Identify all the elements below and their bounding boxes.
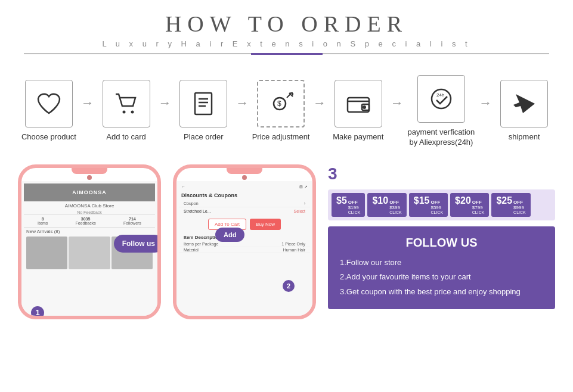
phone2-content: ← ⊞ ↗ Discounts & Coupons Coupon › Stret… <box>176 181 312 256</box>
svg-point-0 <box>122 111 125 114</box>
coupon-tile-0: $5OFF$199CLICK <box>332 193 365 217</box>
coupon-click-0: CLICK <box>348 210 361 214</box>
phone2-stretched-label: Stretched Le... <box>184 209 211 213</box>
phone1-inner: AIMOONSA AIMOONSA Club Store No Feedback… <box>21 181 157 319</box>
phone2-discounts-title: Discounts & Coupons <box>179 191 310 200</box>
coupon-off-1: OFF <box>389 200 402 205</box>
step-icon-box-2 <box>103 80 150 127</box>
phone1-items: 8Items <box>38 217 48 225</box>
phone2-notch <box>227 168 262 174</box>
phone1-notch <box>72 168 107 174</box>
wallet-icon <box>344 89 373 118</box>
phone2-material-label: Material <box>184 248 199 252</box>
step-icon-box-4: $ <box>257 80 305 127</box>
divider-accent <box>251 53 323 55</box>
phone1-new-arrivals: New Arrivals (8) <box>24 228 155 235</box>
svg-text:$: $ <box>277 99 281 108</box>
step-label-1: Choose product <box>21 132 76 142</box>
phone2-items-pkg-val: 1 Piece Only <box>281 242 305 246</box>
phone1-store-name-banner: AIMOONSA <box>72 189 107 195</box>
follow-box-title: FOLLOW US <box>340 236 543 250</box>
coupon-tile-4: $25OFF$999CLICK <box>491 193 530 217</box>
follow-item-1: 2.Add your favourite items to your cart <box>340 270 543 285</box>
coupon-off-0: OFF <box>348 200 361 205</box>
phone2-stretched-row: Stretched Le... Select <box>179 207 310 215</box>
phone1-banner: AIMOONSA <box>24 183 155 201</box>
step-label-2: Add to card <box>106 132 146 142</box>
step-add-to-card: Add to card <box>95 80 157 142</box>
coupon-price-4: $999 <box>513 205 526 210</box>
follow-item-2: 3.Get coupon with the best price and enj… <box>340 285 543 300</box>
page-title: HOW TO ORDER <box>0 11 573 37</box>
step-badge-2: 2 <box>283 280 295 292</box>
coupon-off-3: OFF <box>472 200 485 205</box>
step-make-payment: Make payment <box>327 80 389 142</box>
phone1-feedbacks: 3035Feedbacks <box>75 217 95 225</box>
phone1-grid-item-2 <box>69 237 110 269</box>
phone-mockup-1: AIMOONSA AIMOONSA Club Store No Feedback… <box>18 164 161 319</box>
svg-point-1 <box>131 111 134 114</box>
coupon-tile-2: $15OFF$599CLICK <box>409 193 448 217</box>
step-payment-verification: 24h payment verfication by Aliexpress(24… <box>405 75 478 148</box>
step-label-5: Make payment <box>333 132 383 142</box>
header-divider <box>24 53 549 55</box>
phone2-top-bar: ← ⊞ ↗ <box>179 183 310 191</box>
step-icon-box-1 <box>25 80 73 127</box>
right-section: 3 $5OFF$199CLICK$10OFF$399CLICK$15OFF$59… <box>328 164 555 309</box>
phone2-arrow: › <box>304 201 305 206</box>
page-header: HOW TO ORDER L u x u r y H a i r E x t e… <box>0 0 573 58</box>
step-choose-product: Choose product <box>18 80 80 142</box>
coupon-tile-1: $10OFF$399CLICK <box>367 193 406 217</box>
add-bubble: Add <box>215 228 244 242</box>
cart-icon <box>112 89 141 118</box>
coupon-click-4: CLICK <box>513 210 526 214</box>
step-label-3: Place order <box>184 132 223 142</box>
step-icon-box-7 <box>500 80 548 127</box>
coupon-price-2: $599 <box>430 205 443 210</box>
coupon-click-1: CLICK <box>389 210 402 214</box>
phone2-coupon-label: Coupon <box>184 201 199 206</box>
phone1-store-subtitle: AIMOONSA Club Store <box>24 203 155 209</box>
step-label-6: payment verfication by Aliexpress(24h) <box>405 127 478 148</box>
arrow-5: → <box>391 95 404 111</box>
step3-badge: 3 <box>328 164 555 183</box>
phone2-action-buttons: Add To Cart Buy Now <box>179 215 310 234</box>
coupon-off-2: OFF <box>430 200 443 205</box>
heart-icon <box>35 89 63 118</box>
coupon-off-4: OFF <box>513 200 526 205</box>
arrow-4: → <box>313 95 326 111</box>
phone2-camera <box>242 175 247 180</box>
buy-now-button[interactable]: Buy Now <box>250 219 281 230</box>
phone2-items-pkg-label: Items per Package <box>184 242 218 246</box>
coupon-dollar-1: $10 <box>372 195 388 206</box>
step-icon-box-5 <box>334 80 382 127</box>
step-price-adjustment: $ Price adjustment <box>250 80 312 142</box>
phone2-coupon-row: Coupon › <box>179 200 310 207</box>
step-label-4: Price adjustment <box>252 132 310 142</box>
step-place-order: Place order <box>172 80 234 142</box>
follow-bubble: Follow us <box>114 235 161 253</box>
phone1-content: AIMOONSA AIMOONSA Club Store No Feedback… <box>21 181 157 273</box>
coupon-price-3: $799 <box>472 205 485 210</box>
coupon-price-1: $399 <box>389 205 402 210</box>
phone2-desc-row-2: Material Human Hair <box>179 247 310 253</box>
svg-point-13 <box>363 105 366 109</box>
coupon-price-0: $199 <box>348 205 361 210</box>
step-icon-box-6: 24h <box>417 75 465 123</box>
arrow-1: → <box>81 95 94 111</box>
page-subtitle: L u x u r y H a i r E x t e n s i o n S … <box>0 39 573 48</box>
arrow-6: → <box>479 95 492 111</box>
divider-left <box>24 54 251 55</box>
coupon-dollar-3: $20 <box>455 195 471 206</box>
coupon-dollar-2: $15 <box>414 195 430 206</box>
phone1-followers: 714Followers <box>123 217 141 225</box>
coupon-tile-3: $20OFF$799CLICK <box>450 193 489 217</box>
clock-check-icon: 24h <box>427 85 456 113</box>
phone2-select-label: Select <box>294 209 305 213</box>
follow-box-list: 1.Follow our store2.Add your favourite i… <box>340 256 543 300</box>
coupon-dollar-0: $5 <box>336 195 347 206</box>
phone-mockup-2: ← ⊞ ↗ Discounts & Coupons Coupon › Stret… <box>173 164 316 319</box>
arrow-2: → <box>158 95 171 111</box>
phone1-stats: 8Items 3035Feedbacks 714Followers <box>24 214 155 228</box>
phone2-inner: ← ⊞ ↗ Discounts & Coupons Coupon › Stret… <box>176 181 312 319</box>
